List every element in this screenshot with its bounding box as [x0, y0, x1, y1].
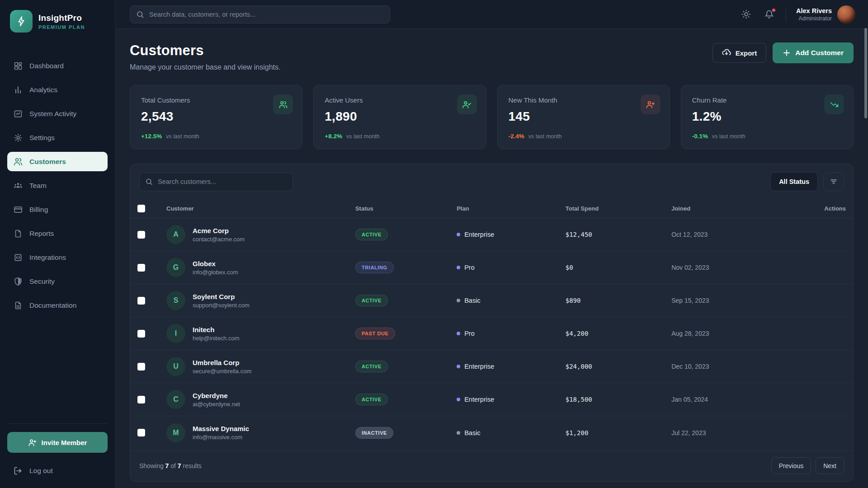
dashboard-grid-icon	[14, 61, 23, 70]
customer-search-input[interactable]	[139, 173, 293, 191]
sidebar-item-label: Customers	[29, 158, 66, 166]
previous-page-button[interactable]: Previous	[771, 457, 811, 474]
stat-delta-suffix: vs last month	[346, 133, 380, 140]
status-filter-button[interactable]: All Status	[770, 172, 818, 191]
topbar: Alex Rivers Administrator	[115, 0, 868, 29]
table-body: A Acme Corp contact@acme.com ACTIVE Ente…	[130, 218, 853, 450]
table-row[interactable]: I Initech help@initech.com PAST DUE Pro …	[130, 317, 853, 350]
sidebar-item-billing[interactable]: Billing	[7, 200, 108, 219]
stat-delta-suffix: vs last month	[166, 133, 199, 140]
report-file-icon	[14, 229, 23, 238]
logout-icon	[14, 466, 23, 475]
total-spend: $12,450	[566, 231, 671, 238]
sidebar-item-reports[interactable]: Reports	[7, 224, 108, 243]
trending-down-icon	[824, 94, 844, 114]
sidebar-item-integrations[interactable]: Integrations	[7, 248, 108, 267]
export-label: Export	[736, 49, 757, 57]
sidebar-item-customers[interactable]: Customers	[7, 152, 108, 171]
customer-avatar: M	[166, 423, 185, 442]
table-row[interactable]: G Globex info@globex.com TRIALING Pro $0…	[130, 251, 853, 284]
table-row[interactable]: S Soylent Corp support@soylent.com ACTIV…	[130, 284, 853, 317]
invite-member-button[interactable]: Invite Member	[7, 432, 108, 453]
brand-name: InsightPro	[38, 13, 85, 23]
column-header-joined: Joined	[671, 205, 810, 212]
theme-toggle-button[interactable]	[740, 8, 753, 21]
stat-delta: +8.2%	[325, 133, 342, 140]
row-checkbox[interactable]	[137, 297, 145, 305]
sidebar-item-label: Team	[29, 182, 47, 190]
global-search-input[interactable]	[130, 5, 390, 23]
logout-button[interactable]: Log out	[7, 463, 108, 479]
customer-avatar: S	[166, 291, 185, 310]
activity-chart-icon	[14, 109, 23, 118]
sidebar-item-label: Dashboard	[29, 62, 64, 70]
stat-card-active-users: Active Users 1,890 +8.2% vs last month	[313, 85, 486, 149]
status-badge: INACTIVE	[355, 427, 393, 439]
filter-button[interactable]	[823, 172, 844, 191]
document-icon	[14, 301, 23, 310]
stat-delta-suffix: vs last month	[712, 133, 745, 140]
joined-date: Nov 02, 2023	[671, 264, 810, 271]
table-row[interactable]: A Acme Corp contact@acme.com ACTIVE Ente…	[130, 218, 853, 251]
user-menu[interactable]: Alex Rivers Administrator	[796, 5, 855, 23]
customer-name: Umbrella Corp	[193, 359, 251, 366]
customer-name: Massive Dynamic	[193, 425, 249, 432]
column-header-spend: Total Spend	[566, 205, 671, 212]
plan-label: Pro	[464, 330, 475, 337]
results-summary: Showing 7 of 7 results	[139, 462, 202, 469]
row-checkbox[interactable]	[137, 330, 145, 338]
select-all-checkbox[interactable]	[137, 205, 145, 212]
plus-icon	[783, 49, 791, 57]
page-subtitle: Manage your customer base and view insig…	[130, 63, 281, 71]
row-checkbox[interactable]	[137, 264, 145, 272]
sidebar-item-settings[interactable]: Settings	[7, 128, 108, 147]
sidebar-item-documentation[interactable]: Documentation	[7, 296, 108, 315]
scrollbar-thumb[interactable]	[864, 28, 867, 118]
row-checkbox[interactable]	[137, 396, 145, 404]
row-checkbox[interactable]	[137, 363, 145, 371]
avatar[interactable]	[837, 5, 855, 23]
status-badge: ACTIVE	[355, 229, 388, 240]
sidebar-item-team[interactable]: Team	[7, 176, 108, 195]
gear-icon	[14, 133, 23, 142]
stat-cards: Total Customers 2,543 +12.5% vs last mon…	[130, 85, 854, 149]
user-check-icon	[457, 94, 477, 114]
row-checkbox[interactable]	[137, 231, 145, 239]
next-page-button[interactable]: Next	[816, 457, 844, 474]
plan-dot	[457, 365, 460, 368]
customer-avatar: A	[166, 225, 185, 244]
sidebar-item-dashboard[interactable]: Dashboard	[7, 56, 108, 75]
plan-label: Enterprise	[464, 231, 494, 238]
customer-email: ai@cyberdyne.net	[193, 401, 240, 408]
plan-label: Basic	[464, 297, 480, 304]
sidebar-item-system-activity[interactable]: System Activity	[7, 104, 108, 123]
sidebar-item-security[interactable]: Security	[7, 272, 108, 291]
code-box-icon	[14, 253, 23, 262]
customer-avatar: U	[166, 357, 185, 376]
total-spend: $24,000	[566, 363, 671, 370]
row-checkbox[interactable]	[137, 429, 145, 436]
customer-email: support@soylent.com	[193, 302, 250, 309]
export-button[interactable]: Export	[712, 43, 767, 63]
plan-dot	[457, 299, 460, 302]
table-row[interactable]: U Umbrella Corp secure@umbrella.com ACTI…	[130, 350, 853, 383]
customer-name: Initech	[193, 326, 240, 333]
bar-chart-icon	[14, 85, 23, 94]
notifications-button[interactable]	[763, 8, 776, 21]
stat-delta: +12.5%	[141, 133, 162, 140]
add-customer-button[interactable]: Add Customer	[773, 42, 854, 63]
total-spend: $4,200	[566, 330, 671, 337]
user-plus-icon	[641, 94, 660, 114]
table-row[interactable]: M Massive Dynamic info@massive.com INACT…	[130, 416, 853, 449]
sidebar: InsightPro PREMIUM PLAN Dashboard Analyt…	[0, 0, 115, 488]
content: Customers Manage your customer base and …	[115, 29, 868, 488]
sidebar-item-analytics[interactable]: Analytics	[7, 80, 108, 99]
plan-label: Enterprise	[464, 363, 494, 370]
status-badge: ACTIVE	[355, 394, 388, 405]
brand-plan-badge: PREMIUM PLAN	[38, 24, 85, 30]
cloud-download-icon	[722, 48, 731, 57]
header-actions: Export Add Customer	[712, 42, 854, 63]
joined-date: Jul 22, 2023	[671, 429, 810, 436]
joined-date: Sep 15, 2023	[671, 297, 810, 304]
table-row[interactable]: C Cyberdyne ai@cyberdyne.net ACTIVE Ente…	[130, 383, 853, 416]
